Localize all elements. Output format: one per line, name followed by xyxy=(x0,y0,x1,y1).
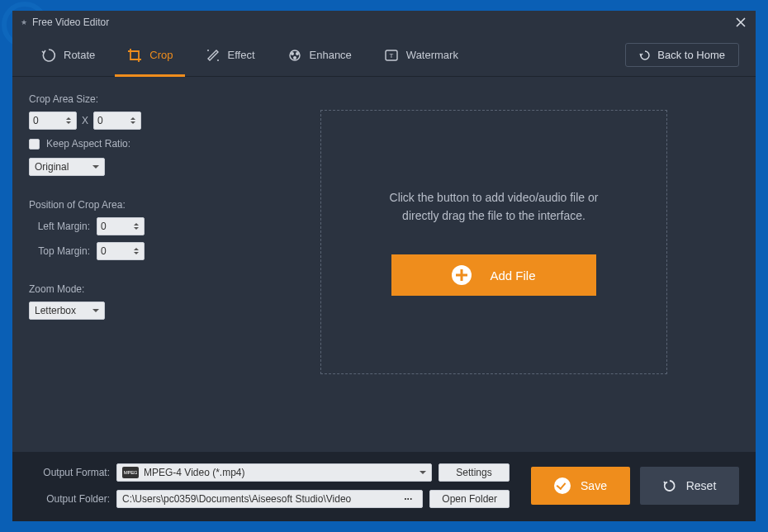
output-folder-label: Output Folder: xyxy=(29,493,110,505)
reset-icon xyxy=(663,479,676,492)
add-file-label: Add File xyxy=(490,268,535,283)
svg-point-7 xyxy=(296,52,299,55)
plus-icon xyxy=(452,265,472,285)
size-separator: X xyxy=(82,115,88,126)
svg-text:T: T xyxy=(389,52,393,59)
star-icon: ★ xyxy=(21,18,27,26)
reset-label: Reset xyxy=(686,479,717,492)
crop-area-size-section: Crop Area Size: 0 X 0 Keep Aspect Ratio: xyxy=(29,93,205,176)
keep-aspect-row: Keep Aspect Ratio: xyxy=(29,138,205,150)
chevron-down-icon xyxy=(420,471,426,474)
aspect-ratio-value: Original xyxy=(35,161,69,173)
effect-icon xyxy=(205,47,221,64)
svg-point-8 xyxy=(293,56,296,59)
crop-icon xyxy=(126,47,143,64)
app-title: Free Video Editor xyxy=(32,17,109,28)
back-home-button[interactable]: Back to Home xyxy=(625,43,739,67)
svg-point-4 xyxy=(217,59,219,61)
tab-crop[interactable]: Crop xyxy=(115,34,184,77)
preview-pane: Click the button to add video/audio file… xyxy=(221,77,756,452)
svg-point-3 xyxy=(207,50,209,51)
crop-area-size-label: Crop Area Size: xyxy=(29,93,205,105)
save-label: Save xyxy=(581,479,607,492)
dropzone-line2: directly drag the file to the interface. xyxy=(390,207,599,225)
spin-down-icon[interactable] xyxy=(130,121,135,124)
browse-button[interactable]: ··· xyxy=(399,493,417,505)
zoom-mode-select[interactable]: Letterbox xyxy=(29,302,105,320)
format-icon: MPEG xyxy=(122,467,139,478)
aspect-ratio-select[interactable]: Original xyxy=(29,158,105,176)
crop-width-value: 0 xyxy=(33,115,39,126)
top-margin-label: Top Margin: xyxy=(29,245,93,257)
top-margin-input[interactable]: 0 xyxy=(97,242,145,260)
close-icon xyxy=(736,17,746,27)
dropzone[interactable]: Click the button to add video/audio file… xyxy=(320,110,667,374)
zoom-mode-value: Letterbox xyxy=(35,305,76,316)
tab-crop-label: Crop xyxy=(149,49,173,61)
bottom-bar: Output Format: MPEG MPEG-4 Video (*.mp4)… xyxy=(12,452,756,521)
dropzone-text: Click the button to add video/audio file… xyxy=(390,188,599,226)
tab-rotate[interactable]: Rotate xyxy=(29,34,107,77)
titlebar-left: ★ Free Video Editor xyxy=(21,17,109,28)
back-home-label: Back to Home xyxy=(657,49,725,61)
spinner[interactable] xyxy=(130,113,139,128)
app-window: ★ Free Video Editor Rotate Crop Effect xyxy=(12,11,756,521)
output-format-row: Output Format: MPEG MPEG-4 Video (*.mp4)… xyxy=(29,463,510,482)
top-margin-row: Top Margin: 0 xyxy=(29,242,205,260)
output-folder-input[interactable]: C:\Users\pc0359\Documents\Aiseesoft Stud… xyxy=(116,490,423,508)
close-button[interactable] xyxy=(732,14,749,31)
rotate-icon xyxy=(40,47,57,64)
spin-up-icon[interactable] xyxy=(134,223,139,226)
chevron-down-icon xyxy=(92,309,99,312)
keep-aspect-label: Keep Aspect Ratio: xyxy=(46,138,130,150)
spin-up-icon[interactable] xyxy=(134,248,139,250)
crop-height-input[interactable]: 0 xyxy=(93,112,141,130)
zoom-mode-section: Zoom Mode: Letterbox xyxy=(29,283,205,320)
tab-effect[interactable]: Effect xyxy=(193,34,267,77)
top-margin-value: 0 xyxy=(101,245,107,257)
titlebar: ★ Free Video Editor xyxy=(12,11,756,34)
save-button[interactable]: Save xyxy=(531,467,630,505)
crop-sidebar: Crop Area Size: 0 X 0 Keep Aspect Ratio: xyxy=(12,77,221,452)
spin-down-icon[interactable] xyxy=(134,227,139,230)
tab-rotate-label: Rotate xyxy=(64,49,95,61)
spin-down-icon[interactable] xyxy=(134,252,139,254)
tab-enhance[interactable]: Enhance xyxy=(275,34,363,77)
svg-point-6 xyxy=(291,52,294,55)
tabbar: Rotate Crop Effect Enhance T Watermark xyxy=(12,34,756,77)
action-buttons: Save Reset xyxy=(531,467,739,505)
tab-effect-label: Effect xyxy=(228,49,255,61)
output-folder-value: C:\Users\pc0359\Documents\Aiseesoft Stud… xyxy=(122,493,351,505)
tab-watermark-label: Watermark xyxy=(406,49,458,61)
keep-aspect-checkbox[interactable] xyxy=(29,139,40,150)
output-format-label: Output Format: xyxy=(29,467,110,478)
output-format-value: MPEG-4 Video (*.mp4) xyxy=(144,467,245,478)
spinner[interactable] xyxy=(134,219,142,234)
left-margin-value: 0 xyxy=(101,221,107,232)
left-margin-label: Left Margin: xyxy=(29,221,93,232)
left-margin-input[interactable]: 0 xyxy=(97,217,145,235)
reset-button[interactable]: Reset xyxy=(640,467,739,505)
open-folder-button[interactable]: Open Folder xyxy=(429,490,510,508)
spin-down-icon[interactable] xyxy=(66,121,71,124)
chevron-down-icon xyxy=(92,165,99,169)
spin-up-icon[interactable] xyxy=(66,117,71,120)
crop-width-input[interactable]: 0 xyxy=(29,112,77,130)
spinner[interactable] xyxy=(134,244,142,259)
left-margin-row: Left Margin: 0 xyxy=(29,217,205,235)
crop-height-value: 0 xyxy=(97,115,103,126)
back-arrow-icon xyxy=(639,50,651,61)
settings-button[interactable]: Settings xyxy=(439,463,510,482)
zoom-mode-label: Zoom Mode: xyxy=(29,283,205,295)
dropzone-line1: Click the button to add video/audio file… xyxy=(390,188,599,207)
crop-position-label: Position of Crop Area: xyxy=(29,199,205,211)
add-file-button[interactable]: Add File xyxy=(391,254,596,296)
tab-enhance-label: Enhance xyxy=(310,49,352,61)
output-folder-row: Output Folder: C:\Users\pc0359\Documents… xyxy=(29,490,510,508)
output-format-select[interactable]: MPEG MPEG-4 Video (*.mp4) xyxy=(116,463,432,482)
spinner[interactable] xyxy=(66,113,74,128)
check-icon xyxy=(554,477,571,494)
crop-size-row: 0 X 0 xyxy=(29,112,205,130)
spin-up-icon[interactable] xyxy=(130,117,135,120)
tab-watermark[interactable]: T Watermark xyxy=(372,34,470,77)
